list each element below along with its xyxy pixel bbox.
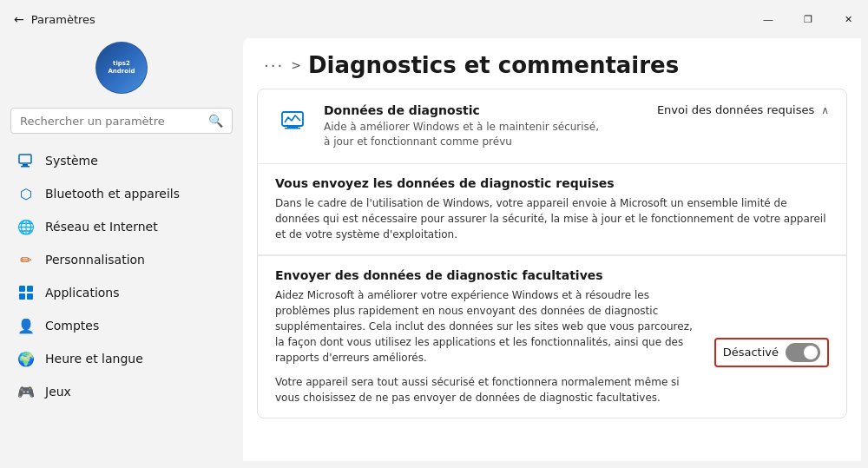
card-section-title: Données de diagnostic: [324, 103, 643, 117]
action-label: Envoi des données requises: [657, 103, 814, 116]
sidebar-item-apps-label: Applications: [45, 286, 120, 300]
svg-rect-8: [287, 126, 298, 128]
sidebar-item-bluetooth-label: Bluetooth et appareils: [45, 187, 180, 201]
back-icon[interactable]: ←: [14, 12, 24, 26]
apps-icon: [17, 284, 35, 301]
page-title: Diagnostics et commentaires: [308, 52, 679, 78]
svg-rect-3: [19, 286, 25, 292]
svg-rect-2: [21, 166, 30, 168]
toggle-label: Désactivé: [723, 346, 779, 359]
card-header-section: Données de diagnostic Aide à améliorer W…: [258, 89, 846, 164]
sidebar-item-gaming-label: Jeux: [45, 385, 71, 399]
system-icon: [17, 152, 35, 169]
gaming-icon: 🎮: [17, 383, 35, 400]
search-box[interactable]: 🔍: [10, 108, 233, 134]
breadcrumb-chevron: >: [291, 58, 301, 72]
search-icon: 🔍: [208, 114, 223, 128]
app-title: Paramètres: [31, 13, 95, 26]
sidebar-item-accounts-label: Comptes: [45, 319, 99, 333]
svg-rect-4: [27, 286, 33, 292]
card-section-desc: Aide à améliorer Windows et à le mainten…: [324, 120, 643, 149]
sidebar-item-network[interactable]: 🌐 Réseau et Internet: [3, 211, 240, 242]
avatar-image: tips2Android: [96, 43, 147, 93]
app-body: tips2Android 🔍 Système ⬡ Bluetooth et ap…: [0, 35, 868, 468]
avatar: tips2Android: [95, 42, 148, 94]
window-controls: — ❐ ✕: [748, 5, 868, 33]
maximize-button[interactable]: ❐: [788, 5, 828, 33]
diagnostic-icon-box: [275, 103, 310, 138]
toggle-container[interactable]: Désactivé: [714, 338, 829, 367]
svg-rect-5: [19, 293, 25, 300]
toggle-area: Désactivé: [714, 268, 829, 367]
main-scroll-area: Données de diagnostic Aide à améliorer W…: [243, 89, 861, 461]
required-data-section: Vous envoyez les données de diagnostic r…: [258, 164, 846, 255]
card-section-action[interactable]: Envoi des données requises ∧: [657, 103, 829, 116]
sidebar-item-system-label: Système: [45, 154, 98, 168]
optional-title: Envoyer des données de diagnostic facult…: [275, 268, 700, 282]
optional-content: Envoyer des données de diagnostic facult…: [275, 268, 700, 405]
card-section-info: Données de diagnostic Aide à améliorer W…: [324, 103, 643, 149]
sidebar-item-personalization-label: Personnalisation: [45, 253, 145, 267]
chevron-up-icon: ∧: [821, 104, 829, 116]
sidebar: tips2Android 🔍 Système ⬡ Bluetooth et ap…: [0, 35, 243, 468]
optional-toggle[interactable]: [786, 343, 820, 362]
sidebar-item-personalization[interactable]: ✏️ Personnalisation: [3, 244, 240, 275]
network-icon: 🌐: [17, 218, 35, 235]
required-desc: Dans le cadre de l'utilisation de Window…: [275, 195, 829, 242]
optional-note: Votre appareil sera tout aussi sécurisé …: [275, 374, 700, 405]
diagnostic-card: Données de diagnostic Aide à améliorer W…: [257, 89, 847, 419]
sidebar-item-time-label: Heure et langue: [45, 352, 143, 366]
sidebar-item-gaming[interactable]: 🎮 Jeux: [3, 376, 240, 407]
breadcrumb-dots[interactable]: ···: [264, 56, 284, 75]
svg-rect-1: [23, 164, 28, 166]
personalization-icon: ✏️: [17, 251, 35, 268]
bluetooth-icon: ⬡: [17, 185, 35, 202]
accounts-icon: 👤: [17, 317, 35, 334]
search-input[interactable]: [20, 115, 201, 128]
svg-rect-0: [19, 155, 31, 163]
required-title: Vous envoyez les données de diagnostic r…: [275, 176, 829, 190]
sidebar-item-system[interactable]: Système: [3, 145, 240, 176]
title-bar-left: ← Paramètres: [0, 12, 95, 26]
svg-rect-9: [285, 128, 300, 129]
card-header-row: Données de diagnostic Aide à améliorer W…: [275, 103, 829, 149]
main-content: ··· > Diagnostics et commentaires: [243, 38, 861, 461]
sidebar-item-apps[interactable]: Applications: [3, 277, 240, 308]
title-bar: ← Paramètres — ❐ ✕: [0, 0, 868, 35]
main-header: ··· > Diagnostics et commentaires: [243, 38, 861, 89]
optional-desc: Aidez Microsoft à améliorer votre expéri…: [275, 287, 700, 366]
sidebar-item-network-label: Réseau et Internet: [45, 220, 158, 234]
optional-data-section: Envoyer des données de diagnostic facult…: [258, 255, 846, 418]
sidebar-item-accounts[interactable]: 👤 Comptes: [3, 310, 240, 341]
time-icon: 🌍: [17, 350, 35, 367]
close-button[interactable]: ✕: [828, 5, 868, 33]
svg-rect-6: [27, 293, 33, 300]
minimize-button[interactable]: —: [748, 5, 788, 33]
sidebar-item-time[interactable]: 🌍 Heure et langue: [3, 343, 240, 374]
sidebar-item-bluetooth[interactable]: ⬡ Bluetooth et appareils: [3, 178, 240, 209]
